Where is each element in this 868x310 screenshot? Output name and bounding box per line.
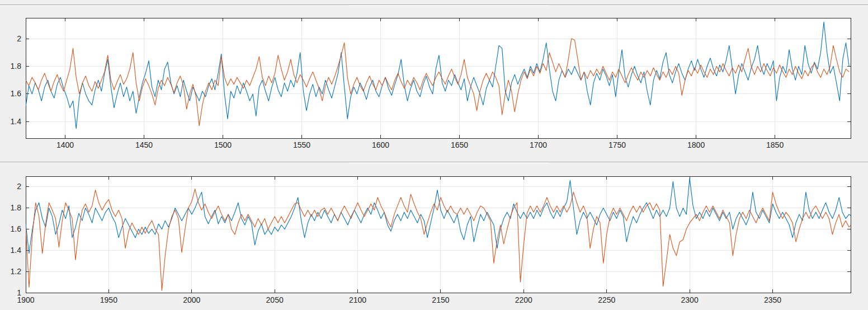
y-tick-label: 1.8 [11, 62, 22, 71]
x-tick-label: 2350 [764, 295, 781, 304]
y-tick-label: 2 [17, 182, 21, 191]
x-tick-label: 1400 [56, 140, 74, 149]
y-tick-label: 1.2 [11, 267, 22, 276]
x-tick-label: 2150 [432, 295, 449, 304]
y-tick-label: 2 [17, 34, 21, 43]
y-tick-label: 1.8 [11, 203, 22, 212]
figure-canvas: 1400145015001550160016501700175018001850… [0, 0, 868, 310]
y-tick-label: 1.6 [11, 224, 22, 233]
x-tick-label: 1750 [608, 140, 626, 149]
x-tick-label: 1800 [687, 140, 705, 149]
matlab-figure-window: 1400145015001550160016501700175018001850… [0, 0, 868, 310]
y-tick-label: 1 [17, 288, 21, 297]
x-tick-label: 1450 [135, 140, 153, 149]
x-tick-label: 1650 [451, 140, 468, 149]
bottom-plot: 1900195020002050210021502200225023002350… [11, 176, 852, 304]
x-tick-label: 1850 [766, 140, 784, 149]
x-tick-label: 1700 [530, 140, 547, 149]
x-tick-label: 2250 [598, 295, 615, 304]
y-tick-label: 1.4 [11, 117, 22, 126]
x-tick-label: 2100 [349, 295, 366, 304]
x-tick-label: 1600 [372, 140, 389, 149]
x-tick-label: 1500 [214, 140, 232, 149]
x-tick-label: 1550 [293, 140, 310, 149]
x-tick-label: 2300 [681, 295, 699, 304]
x-tick-label: 2200 [515, 295, 532, 304]
plot-area [26, 18, 851, 138]
y-tick-label: 1.6 [11, 89, 22, 98]
y-tick-label: 1.4 [11, 246, 22, 255]
top-plot: 1400145015001550160016501700175018001850… [11, 18, 851, 149]
x-tick-label: 2050 [266, 295, 284, 304]
x-tick-label: 1950 [100, 295, 117, 304]
x-tick-label: 2000 [183, 295, 200, 304]
